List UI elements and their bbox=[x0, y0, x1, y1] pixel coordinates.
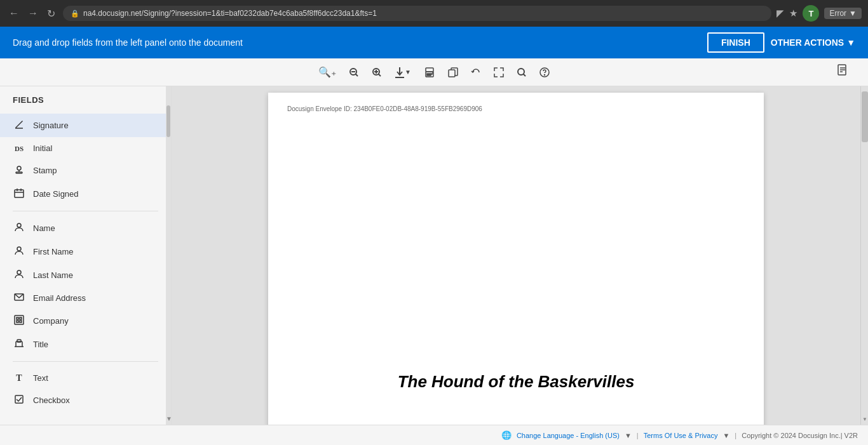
svg-rect-42 bbox=[15, 395, 23, 403]
lock-icon: 🔒 bbox=[71, 10, 79, 18]
svg-rect-12 bbox=[427, 75, 431, 76]
svg-rect-35 bbox=[15, 315, 24, 324]
svg-point-32 bbox=[17, 247, 21, 251]
svg-line-4 bbox=[379, 74, 381, 76]
main-scrollbar-thumb bbox=[862, 91, 868, 142]
document-page: Docusign Envelope ID: 234B0FE0-02DB-48A8… bbox=[268, 93, 764, 425]
error-text: Error bbox=[829, 9, 846, 18]
divider-2 bbox=[13, 361, 158, 362]
bookmark-icon[interactable]: ★ bbox=[789, 8, 797, 19]
copy-button[interactable] bbox=[442, 63, 465, 81]
zoom-in-button[interactable]: 🔍₊ bbox=[312, 62, 342, 82]
browser-chrome: ← → ↻ 🔒 na4.docusign.net/Signing/?insess… bbox=[0, 0, 868, 27]
terms-link[interactable]: Terms Of Use & Privacy bbox=[644, 432, 718, 439]
document-heading: The Hound of the Baskervilles bbox=[398, 372, 635, 391]
user-avatar[interactable]: T bbox=[803, 5, 819, 22]
language-link[interactable]: Change Language - English (US) bbox=[517, 432, 620, 439]
other-actions-button[interactable]: OTHER ACTIONS ▼ bbox=[771, 37, 855, 48]
forward-button[interactable]: → bbox=[25, 6, 41, 20]
download-button[interactable]: ▼ bbox=[388, 63, 417, 82]
print-button[interactable] bbox=[417, 63, 442, 81]
back-button[interactable]: ← bbox=[6, 6, 22, 20]
date-signed-icon bbox=[13, 188, 25, 200]
company-icon bbox=[13, 315, 25, 327]
svg-rect-37 bbox=[20, 317, 22, 319]
terms-chevron: ▼ bbox=[722, 432, 729, 439]
document-body: The Hound of the Baskervilles bbox=[287, 125, 745, 398]
stamp-label: Stamp bbox=[33, 166, 57, 175]
svg-rect-36 bbox=[17, 317, 18, 319]
search-button[interactable] bbox=[510, 63, 533, 81]
name-icon bbox=[13, 222, 25, 234]
svg-line-16 bbox=[523, 74, 526, 76]
banner-actions: FINISH OTHER ACTIONS ▼ bbox=[707, 32, 855, 53]
first-name-icon bbox=[13, 246, 25, 258]
scroll-down-icon[interactable]: ▼ bbox=[166, 415, 171, 422]
title-icon bbox=[13, 338, 25, 350]
field-item-date-signed[interactable]: Date Signed bbox=[0, 182, 171, 206]
svg-point-24 bbox=[17, 166, 21, 170]
field-item-title[interactable]: Title bbox=[0, 333, 171, 356]
document-heading-area: The Hound of the Baskervilles bbox=[287, 372, 745, 392]
svg-point-18 bbox=[544, 74, 545, 75]
nav-buttons: ← → ↻ bbox=[6, 6, 58, 21]
fields-header: FIELDS bbox=[0, 86, 171, 111]
toolbar-wrapper: 🔍₊ ▼ bbox=[6, 62, 862, 82]
zoom-in-button2[interactable] bbox=[365, 63, 388, 81]
name-label: Name bbox=[33, 223, 55, 233]
refresh-button[interactable]: ↻ bbox=[44, 6, 58, 21]
svg-rect-9 bbox=[426, 68, 433, 72]
copyright-text: Copyright © 2024 Docusign Inc.| V2R bbox=[742, 432, 858, 439]
field-item-text[interactable]: T Text bbox=[0, 367, 171, 389]
svg-rect-14 bbox=[449, 70, 455, 77]
field-item-first-name[interactable]: First Name bbox=[0, 240, 171, 263]
signature-label: Signature bbox=[33, 121, 69, 130]
svg-rect-38 bbox=[17, 321, 18, 322]
cast-icon[interactable]: ◤ bbox=[776, 8, 784, 19]
fields-list: Signature DS Initial Stamp bbox=[0, 111, 171, 425]
field-item-signature[interactable]: Signature bbox=[0, 114, 171, 137]
error-badge: Error ▼ bbox=[824, 8, 862, 19]
panel-scrollbar-thumb bbox=[166, 105, 170, 137]
help-button[interactable] bbox=[533, 63, 556, 81]
field-item-stamp[interactable]: Stamp bbox=[0, 159, 171, 182]
finish-button[interactable]: FINISH bbox=[707, 32, 764, 53]
checkbox-icon bbox=[13, 395, 25, 406]
top-banner: Drag and drop fields from the left panel… bbox=[0, 27, 868, 58]
divider-1 bbox=[13, 211, 158, 211]
field-item-initial[interactable]: DS Initial bbox=[0, 137, 171, 159]
panel-scrollbar[interactable]: ▼ bbox=[166, 86, 171, 425]
rotate-button[interactable] bbox=[465, 63, 487, 81]
svg-point-13 bbox=[432, 72, 433, 74]
initial-icon: DS bbox=[13, 143, 25, 153]
last-name-icon bbox=[13, 269, 25, 281]
document-area: Docusign Envelope ID: 234B0FE0-02DB-48A8… bbox=[172, 86, 860, 425]
svg-rect-39 bbox=[20, 321, 22, 322]
svg-point-33 bbox=[17, 270, 21, 274]
url-text: na4.docusign.net/Signing/?insession=1&ti… bbox=[83, 9, 377, 18]
field-item-email[interactable]: Email Address bbox=[0, 287, 171, 309]
zoom-out-button[interactable] bbox=[342, 63, 365, 81]
footer: 🌐 Change Language - English (US) ▼ | Ter… bbox=[0, 425, 868, 445]
text-label: Text bbox=[33, 373, 48, 383]
svg-rect-27 bbox=[15, 190, 24, 197]
signature-icon bbox=[13, 119, 25, 131]
svg-rect-11 bbox=[427, 74, 432, 74]
banner-message: Drag and drop fields from the left panel… bbox=[13, 37, 243, 48]
main-scrollbar[interactable]: ▼ bbox=[860, 86, 868, 425]
title-label: Title bbox=[33, 340, 48, 349]
date-signed-label: Date Signed bbox=[33, 189, 79, 199]
field-item-last-name[interactable]: Last Name bbox=[0, 263, 171, 287]
svg-line-1 bbox=[356, 74, 358, 76]
address-bar[interactable]: 🔒 na4.docusign.net/Signing/?insession=1&… bbox=[63, 6, 771, 21]
field-item-company[interactable]: Company bbox=[0, 309, 171, 333]
error-chevron: ▼ bbox=[849, 9, 857, 18]
svg-rect-25 bbox=[16, 172, 22, 173]
document-scroll[interactable]: Docusign Envelope ID: 234B0FE0-02DB-48A8… bbox=[172, 86, 860, 425]
document-tab-icon bbox=[836, 64, 849, 80]
field-item-name[interactable]: Name bbox=[0, 216, 171, 240]
chevron-down-icon: ▼ bbox=[846, 37, 855, 48]
fullscreen-button[interactable] bbox=[487, 63, 510, 81]
field-item-checkbox[interactable]: Checkbox bbox=[0, 389, 171, 411]
scroll-bottom-arrow: ▼ bbox=[862, 416, 867, 422]
